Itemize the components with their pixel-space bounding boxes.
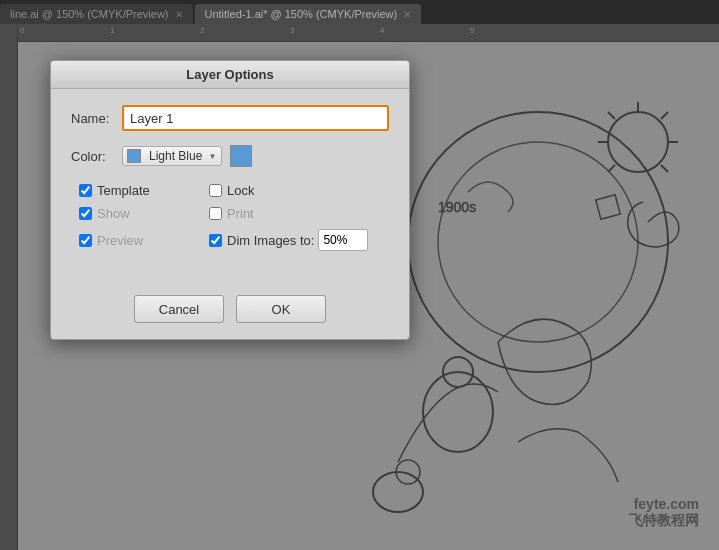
dialog-body: Name: Color: Light Blue ▼ Template (51, 89, 409, 285)
color-dropdown[interactable]: Light Blue ▼ (122, 146, 222, 166)
template-checkbox[interactable] (79, 184, 92, 197)
checkbox-show-item: Show (79, 206, 189, 221)
name-label: Name: (71, 111, 116, 126)
checkbox-print-item: Print (209, 206, 319, 221)
color-dropdown-text: Light Blue (149, 149, 202, 163)
dim-images-label[interactable]: Dim Images to: (227, 233, 314, 248)
print-label[interactable]: Print (227, 206, 254, 221)
dialog-title-text: Layer Options (186, 67, 273, 82)
lock-checkbox[interactable] (209, 184, 222, 197)
color-swatch-dropdown (127, 149, 141, 163)
template-label[interactable]: Template (97, 183, 150, 198)
ok-button[interactable]: OK (236, 295, 326, 323)
layer-options-dialog: Layer Options Name: Color: Light Blue ▼ (50, 60, 410, 340)
color-row: Color: Light Blue ▼ (71, 145, 389, 167)
cancel-button[interactable]: Cancel (134, 295, 224, 323)
checkboxes-section: Template Lock Show Print (71, 183, 389, 251)
preview-checkbox[interactable] (79, 234, 92, 247)
checkbox-dim-item: Dim Images to: (209, 229, 368, 251)
preview-label[interactable]: Preview (97, 233, 143, 248)
color-dropdown-arrow-icon: ▼ (208, 152, 216, 161)
lock-label[interactable]: Lock (227, 183, 254, 198)
checkbox-template-item: Template (79, 183, 189, 198)
dialog-buttons: Cancel OK (51, 285, 409, 339)
show-checkbox[interactable] (79, 207, 92, 220)
checkbox-lock-item: Lock (209, 183, 319, 198)
dim-images-checkbox[interactable] (209, 234, 222, 247)
checkbox-row-1: Template Lock (79, 183, 389, 198)
dim-images-input[interactable] (318, 229, 368, 251)
checkbox-row-2: Show Print (79, 206, 389, 221)
color-label: Color: (71, 149, 116, 164)
color-swatch-large[interactable] (230, 145, 252, 167)
checkbox-row-3: Preview Dim Images to: (79, 229, 389, 251)
show-label[interactable]: Show (97, 206, 130, 221)
name-input[interactable] (122, 105, 389, 131)
name-row: Name: (71, 105, 389, 131)
dialog-title: Layer Options (51, 61, 409, 89)
checkbox-preview-item: Preview (79, 233, 189, 248)
print-checkbox[interactable] (209, 207, 222, 220)
